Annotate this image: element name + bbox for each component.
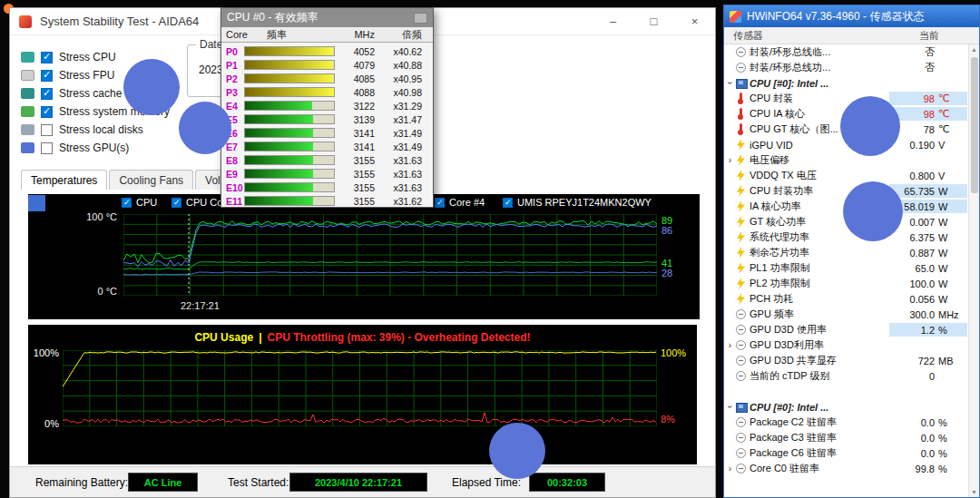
sensor-row[interactable]: ›CPU [#0]: Intel ... [725, 75, 967, 91]
freq-titlebar[interactable]: CPU #0 - 有效频率 [221, 8, 433, 27]
sensor-value-cell: 99.8% [889, 462, 967, 475]
sensor-value-cell: 1.2% [889, 323, 967, 337]
sensor-unit: W [935, 186, 965, 197]
sensor-row[interactable]: Package C2 驻留率0.0% [725, 415, 967, 430]
expander-icon[interactable]: › [725, 155, 735, 165]
frequency-bar [244, 73, 335, 83]
gpu-icon [21, 142, 34, 153]
close-icon[interactable]: × [674, 8, 715, 34]
frequency-bar [244, 182, 335, 192]
sensor-row[interactable]: Package C6 驻留率0.0% [725, 445, 967, 461]
sensor-label: GPU 频率 [750, 308, 889, 321]
legend-item[interactable]: UMIS RPEYJ1T24MKN2QWY [503, 197, 652, 208]
sensor-row[interactable]: PL2 功率限制100.0W [725, 276, 967, 291]
sensor-value-cell: 78℃ [889, 122, 967, 136]
sensor-row[interactable]: 当前的 cTDP 级别0 [725, 368, 967, 384]
frequency-bar-fill [245, 74, 333, 83]
checkbox[interactable] [41, 88, 53, 100]
sensor-row[interactable]: ›Core C0 驻留率99.8% [725, 461, 967, 476]
column-header-sensor[interactable]: 传感器 [724, 29, 890, 43]
freq-row: E113155x31.62 [221, 194, 433, 208]
multiplier-value: x40.98 [375, 87, 427, 98]
expander-icon[interactable]: › [725, 402, 735, 412]
legend-item[interactable]: CPU [122, 197, 157, 208]
sensor-row[interactable]: GPU D3D 共享显存722MB [725, 353, 967, 368]
sensor-row[interactable]: CPU 封装98℃ [725, 91, 967, 106]
power-icon [735, 154, 747, 166]
hwinfo-window: HWiNFO64 v7.36-4960 - 传感器状态 传感器 当前 封装/环形… [723, 5, 980, 498]
checkbox[interactable] [41, 124, 53, 136]
legend-label: Core #4 [449, 197, 485, 208]
multiplier-value: x40.62 [375, 46, 427, 57]
frequency-bar-fill [245, 47, 333, 55]
power-icon [735, 216, 747, 228]
sensor-row[interactable]: Package C3 驻留率0.0% [725, 430, 967, 445]
column-header-current[interactable]: 当前 [890, 29, 968, 43]
core-label: E8 [221, 155, 244, 166]
scroll-up-icon[interactable]: ▲ [971, 46, 977, 53]
sensor-unit: V [935, 171, 965, 181]
checkbox[interactable] [41, 52, 53, 63]
sensor-row[interactable]: ›GPU D3D利用率 [725, 337, 967, 353]
sensor-label: PL1 功率限制 [750, 261, 889, 275]
frequency-bar-fill [245, 61, 333, 69]
expander-icon[interactable]: › [725, 78, 735, 88]
sensor-value: 0 [889, 371, 935, 382]
sensor-row[interactable]: 系统代理功率6.375W [725, 229, 967, 245]
sensor-row[interactable]: 剩余芯片功率0.887W [725, 245, 967, 260]
multiplier-value: x31.49 [375, 128, 427, 139]
checkbox[interactable] [41, 106, 53, 118]
sensor-value-cell: 0 [889, 369, 967, 383]
scrollbar-thumb[interactable] [971, 57, 978, 193]
checkbox[interactable] [122, 198, 132, 208]
scrollbar[interactable]: ▲ ▼ [968, 44, 979, 497]
sensor-label: PL2 功率限制 [750, 277, 889, 290]
checkbox[interactable] [435, 198, 445, 208]
freq-row: P14079x40.88 [221, 58, 433, 72]
checkbox[interactable] [41, 142, 53, 154]
sensor-row[interactable]: GPU D3D 使用率1.2% [725, 322, 967, 337]
collapse-button[interactable] [414, 13, 427, 24]
core-label: P1 [221, 60, 244, 71]
scroll-down-icon[interactable]: ▼ [971, 489, 977, 495]
expander-icon[interactable]: › [725, 340, 735, 350]
sensor-row[interactable]: 封装/环形总线临...否 [725, 44, 967, 60]
sensor-row[interactable]: PCH 功耗0.056W [725, 291, 967, 307]
minimize-icon[interactable]: – [593, 8, 633, 34]
legend-item[interactable]: Core #4 [435, 197, 485, 208]
y-axis-max-label: 100% [32, 347, 59, 358]
sensor-unit: ℃ [935, 123, 965, 135]
checkbox[interactable] [503, 198, 513, 208]
hwinfo-titlebar[interactable]: HWiNFO64 v7.36-4960 - 传感器状态 [724, 5, 979, 27]
minus-icon [735, 308, 747, 320]
tab-cooling-fans[interactable]: Cooling Fans [109, 170, 193, 190]
frequency-bar-fill [245, 142, 313, 151]
sensor-row[interactable]: GPU 频率300.0MHz [725, 307, 967, 322]
freq-row: E53139x31.47 [221, 112, 433, 126]
expander-icon[interactable]: › [725, 464, 735, 474]
checkbox[interactable] [41, 70, 53, 82]
sensor-row[interactable]: ›电压偏移 [725, 152, 967, 168]
freq-row: P24085x40.95 [221, 72, 433, 85]
sensor-label: 封装/环形总线功... [750, 61, 889, 74]
minus-icon [735, 370, 747, 382]
sensor-unit: MHz [935, 309, 965, 320]
elapsed-time-value: 00:32:03 [529, 473, 605, 492]
sensor-row[interactable]: VDDQ TX 电压0.800V [725, 168, 967, 183]
redaction-blob [123, 59, 180, 115]
sensor-row[interactable]: PL1 功率限制65.0W [725, 260, 967, 276]
checkbox[interactable] [172, 198, 181, 208]
tab-temperatures[interactable]: Temperatures [21, 170, 107, 190]
maximize-icon[interactable]: □ [633, 8, 674, 34]
sensor-value: 否 [889, 61, 935, 74]
time-cursor-label: 22:17:21 [181, 300, 220, 311]
sensor-value-cell: 300.0MHz [889, 308, 967, 321]
sensor-label: Package C2 驻留率 [750, 415, 889, 429]
sensor-label: Core C0 驻留率 [750, 462, 889, 475]
sensor-row[interactable]: ›CPU [#0]: Intel ... [725, 399, 967, 415]
sensor-row[interactable]: 封装/环形总线功...否 [725, 60, 967, 75]
power-icon [735, 262, 747, 274]
sensor-label: VDDQ TX 电压 [750, 169, 889, 182]
sensor-unit: W [935, 263, 965, 274]
core-frequency-table: P04052x40.62P14079x40.88P24085x40.95P340… [221, 43, 433, 208]
